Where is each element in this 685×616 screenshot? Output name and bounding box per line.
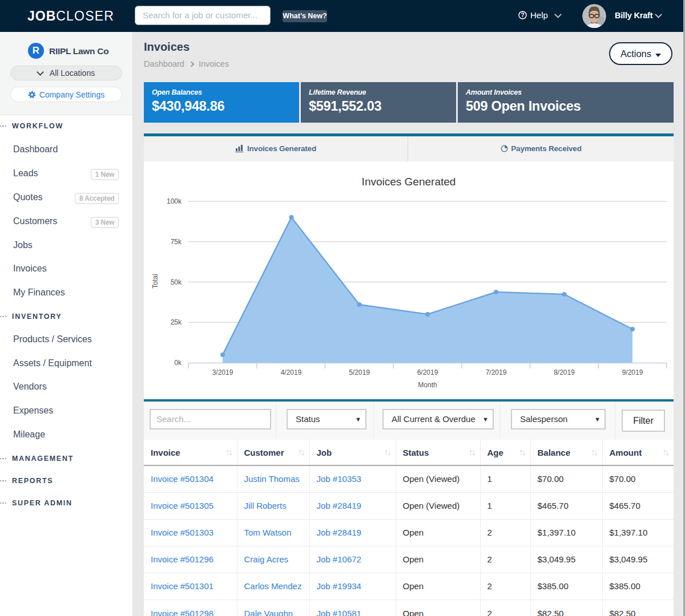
svg-text:8/2019: 8/2019 bbox=[554, 368, 575, 376]
svg-text:75k: 75k bbox=[171, 238, 182, 246]
svg-text:0k: 0k bbox=[174, 359, 182, 367]
svg-text:3/2019: 3/2019 bbox=[212, 368, 233, 376]
svg-text:4/2019: 4/2019 bbox=[281, 368, 302, 376]
svg-text:7/2019: 7/2019 bbox=[486, 368, 507, 376]
svg-text:?: ? bbox=[521, 12, 524, 18]
svg-text:25k: 25k bbox=[171, 318, 182, 326]
svg-text:Invoices Generated: Invoices Generated bbox=[362, 176, 456, 188]
svg-text:Total: Total bbox=[151, 274, 159, 288]
svg-text:5/2019: 5/2019 bbox=[349, 368, 370, 376]
svg-text:6/2019: 6/2019 bbox=[417, 368, 438, 376]
svg-text:9/2019: 9/2019 bbox=[622, 368, 643, 376]
svg-text:50k: 50k bbox=[171, 278, 182, 286]
svg-text:100k: 100k bbox=[167, 197, 182, 205]
svg-text:Month: Month bbox=[418, 381, 437, 389]
